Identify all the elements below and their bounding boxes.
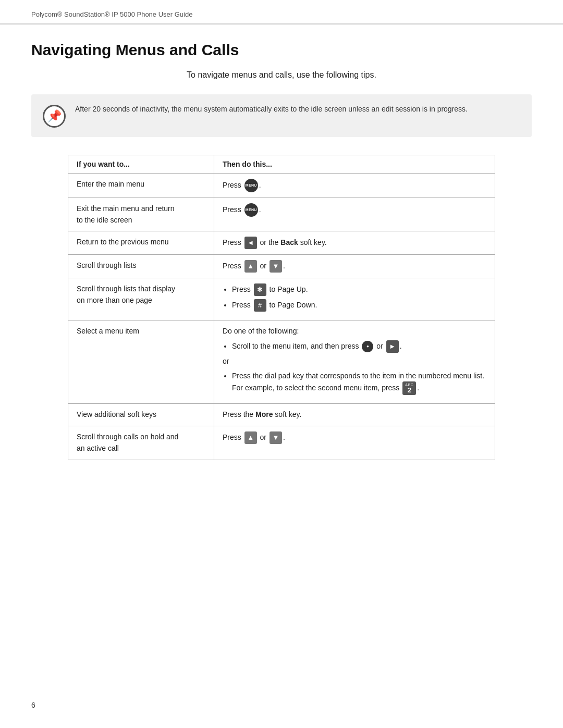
page-number: 6 [31,701,35,709]
page-header: Polycom® SoundStation® IP 5000 Phone Use… [0,0,563,24]
hash-button: # [254,299,266,312]
action-cell: Select a menu item [68,320,214,404]
up-arrow-button-2: ▲ [244,431,257,444]
table-row: Exit the main menu and returnto the idle… [68,198,495,231]
or-label: or [223,356,486,367]
main-content: Navigating Menus and Calls To navigate m… [0,24,563,481]
left-arrow-button: ◄ [244,237,257,249]
down-arrow-button-2: ▼ [270,431,282,444]
table-row: Enter the main menu Press MENU. [68,174,495,198]
center-button: ● [362,341,373,352]
table-row: Scroll through calls on hold andan activ… [68,426,495,460]
note-box: 📌 After 20 seconds of inactivity, the me… [31,94,532,137]
pin-icon: 📌 [43,105,66,128]
instruction-cell: Press ▲ or ▼. [214,426,495,460]
note-text: After 20 seconds of inactivity, the menu… [75,104,468,115]
action-cell: Scroll through lists [68,255,214,278]
menu-button: MENU [244,179,258,192]
page-title: Navigating Menus and Calls [31,41,532,59]
star-button: ✱ [254,283,266,296]
menu-button-2: MENU [244,203,258,217]
table-row: View additional soft keys Press the More… [68,404,495,426]
instruction-cell: Press ◄ or the Back soft key. [214,231,495,255]
instruction-cell: Press the More soft key. [214,404,495,426]
list-item: Scroll to the menu item, and then press … [232,340,486,353]
instruction-cell: Press MENU. [214,198,495,231]
down-arrow-button: ▼ [270,260,282,273]
header-text: Polycom® SoundStation® IP 5000 Phone Use… [31,10,192,18]
col2-header: Then do this... [214,155,495,174]
subtitle: To navigate menus and calls, use the fol… [31,70,532,80]
select-menu-list: Scroll to the menu item, and then press … [223,340,486,353]
table-row: Scroll through lists Press ▲ or ▼. [68,255,495,278]
table-row: Select a menu item Do one of the followi… [68,320,495,404]
do-one-label: Do one of the following: [223,327,299,335]
list-item: Press ✱ to Page Up. [232,283,486,296]
action-cell: View additional soft keys [68,404,214,426]
select-menu-list-2: Press the dial pad key that corresponds … [223,371,486,396]
navigation-table: If you want to... Then do this... Enter … [68,155,495,460]
page-scroll-list: Press ✱ to Page Up. Press # to Page Down… [223,283,486,312]
key-2-label-bot: 2 [408,387,411,393]
action-cell: Return to the previous menu [68,231,214,255]
col1-header: If you want to... [68,155,214,174]
instruction-cell: Do one of the following: Scroll to the m… [214,320,495,404]
right-arrow-button: ► [386,340,399,353]
list-item: Press the dial pad key that corresponds … [232,371,486,396]
table-row: Return to the previous menu Press ◄ or t… [68,231,495,255]
table-row: Scroll through lists that displayon more… [68,278,495,320]
action-cell: Exit the main menu and returnto the idle… [68,198,214,231]
instruction-cell: Press ▲ or ▼. [214,255,495,278]
action-cell: Scroll through lists that displayon more… [68,278,214,320]
action-cell: Enter the main menu [68,174,214,198]
more-soft-key-label: More [255,410,273,418]
key-2-button: ABC 2 [402,381,416,395]
up-arrow-button: ▲ [244,260,257,273]
instruction-cell: Press ✱ to Page Up. Press # to Page Down… [214,278,495,320]
list-item: Press # to Page Down. [232,299,486,312]
back-soft-key-label: Back [280,238,298,246]
action-cell: Scroll through calls on hold andan activ… [68,426,214,460]
instruction-cell: Press MENU. [214,174,495,198]
